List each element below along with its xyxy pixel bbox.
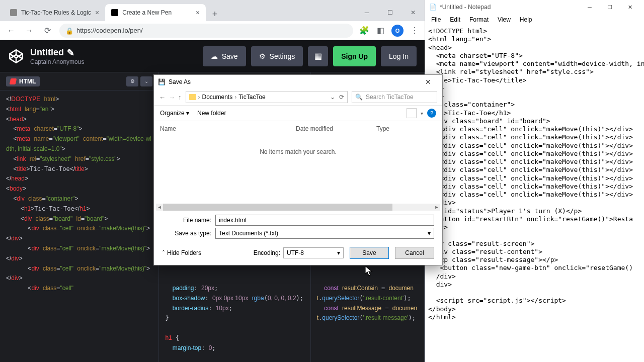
save-icon: 💾 [158,78,166,85]
notepad-titlebar[interactable]: 📄 *Untitled - Notepad ─ ☐ ✕ [425,0,644,14]
menu-edit[interactable]: Edit [446,15,464,24]
layout-button[interactable]: ▦ [308,46,328,66]
back-button[interactable]: ← [5,26,17,35]
folder-icon [189,94,196,100]
save-as-dialog: 💾Save As ✕ ← → ↑ › Documents › TicTacToe… [153,74,443,265]
hide-folders-button[interactable]: ˄Hide Folders [162,249,201,256]
encoding-label: Encoding: [254,249,280,256]
tab-title: Tic-Tac-Toe Rules & Logic [21,9,91,16]
column-type[interactable]: Type [376,125,427,132]
close-icon[interactable]: × [95,9,99,17]
minimize-button[interactable]: ─ [355,4,378,21]
url-text: https://codepen.io/pen/ [76,27,143,34]
forward-button[interactable]: → [23,26,35,35]
forward-button[interactable]: → [169,94,175,101]
chevron-down-icon[interactable]: ▾ [421,111,423,116]
dialog-path-bar: ← → ↑ › Documents › TicTacToe ⌄ ⟳ 🔍 Sear… [154,89,442,105]
gear-icon[interactable]: ⚙ [126,76,138,86]
up-button[interactable]: ↑ [178,94,182,101]
maximize-button[interactable]: ☐ [600,1,620,13]
search-input[interactable]: 🔍 Search TicTacToe [352,91,437,103]
tab-active[interactable]: Create a New Pen × [105,4,206,21]
savetype-select[interactable]: Text Documents (*.txt)▾ [215,228,434,239]
organize-button[interactable]: Organize ▾ [160,110,189,117]
close-icon[interactable]: × [196,9,200,17]
dialog-fields: File name: Save as type: Text Documents … [154,212,442,239]
empty-message: No items match your search. [160,148,436,155]
codepen-header: Untitled✎ Captain Anonymous ☁Save ⚙Setti… [0,40,425,72]
newfolder-button[interactable]: New folder [197,110,226,117]
menu-format[interactable]: Format [465,15,493,24]
codepen-logo-icon[interactable] [8,48,24,64]
breadcrumb-seg[interactable]: Documents [202,94,233,101]
view-button[interactable] [407,108,417,118]
search-placeholder: Search TicTacToe [366,94,414,101]
horizontal-scrollbar[interactable]: ◄ ► [156,204,440,211]
layout-icon: ▦ [314,51,322,61]
menu-view[interactable]: View [494,15,515,24]
notepad-window: 📄 *Untitled - Notepad ─ ☐ ✕ File Edit Fo… [425,0,644,362]
notepad-content[interactable]: <!DOCTYPE html> <html lang="en"> <head> … [425,25,644,323]
search-icon: 🔍 [355,94,363,101]
signup-button[interactable]: Sign Up [333,46,376,66]
dialog-title: Save As [169,78,191,85]
login-button[interactable]: Log In [381,46,417,66]
chevron-down-icon[interactable]: ⌄ [330,94,335,101]
minimize-button[interactable]: ─ [580,1,600,13]
pen-author: Captain Anonymous [30,58,84,65]
dialog-titlebar[interactable]: 💾Save As ✕ [154,75,442,89]
notepad-menubar: File Edit Format View Help [425,14,644,25]
breadcrumb[interactable]: › Documents › TicTacToe ⌄ ⟳ [186,91,348,103]
column-name[interactable]: Name [160,125,296,132]
html-panel: HTML ⚙ ⌄ <!DOCTYPE html> <html lang="en"… [0,72,159,362]
menu-help[interactable]: Help [516,15,536,24]
scroll-thumb[interactable] [163,204,392,211]
close-button[interactable]: ✕ [401,4,425,21]
back-button[interactable]: ← [159,94,166,101]
html-editor[interactable]: <!DOCTYPE html> <html lang="en"> <head> … [0,90,158,362]
column-date[interactable]: Date modified [296,125,376,132]
gear-icon: ⚙ [259,52,266,60]
reload-button[interactable]: ⟳ [41,26,53,35]
url-bar: ← → ⟳ 🔒 https://codepen.io/pen/ 🧩 ◧ O ⋮ [0,21,425,40]
help-button[interactable]: ? [427,109,436,118]
dialog-footer: ˄Hide Folders Encoding: UTF-8▾ Save Canc… [154,241,442,265]
filename-input[interactable] [215,215,434,226]
dialog-toolbar: Organize ▾ New folder ▾ ? [154,105,442,121]
encoding-select[interactable]: UTF-8▾ [283,247,344,258]
chevron-up-icon: ˄ [162,249,165,256]
lock-icon: 🔒 [65,27,72,34]
chevron-down-icon[interactable]: ⌄ [140,76,152,86]
extensions-icon[interactable]: 🧩 [359,26,369,36]
chevron-down-icon: ▾ [337,249,340,256]
pen-title[interactable]: Untitled✎ [30,47,84,58]
address-bar[interactable]: 🔒 https://codepen.io/pen/ [59,24,353,38]
panel-icon[interactable]: ◧ [375,26,385,36]
save-button[interactable]: ☁Save [203,46,246,66]
notepad-title: *Untitled - Notepad [440,4,491,11]
close-button[interactable]: ✕ [620,1,640,13]
html-badge: HTML [6,76,40,86]
scroll-left-icon[interactable]: ◄ [156,204,163,211]
settings-button[interactable]: ⚙Settings [251,46,303,66]
favicon-icon [111,9,118,16]
breadcrumb-seg[interactable]: TicTacToe [238,94,266,101]
dialog-close-button[interactable]: ✕ [418,76,438,88]
tab-title: Create a New Pen [122,9,172,16]
maximize-button[interactable]: ☐ [378,4,401,21]
chevron-down-icon: ▾ [428,230,431,237]
cloud-icon: ☁ [211,52,218,60]
cancel-button[interactable]: Cancel [395,247,434,259]
tab-strip: Tic-Tac-Toe Rules & Logic × Create a New… [0,0,425,21]
profile-avatar[interactable]: O [391,25,404,37]
menu-file[interactable]: File [427,15,445,24]
tab-inactive[interactable]: Tic-Tac-Toe Rules & Logic × [4,4,105,21]
notepad-icon: 📄 [429,4,437,11]
file-list[interactable]: Name Date modified Type No items match y… [154,121,442,212]
kebab-icon[interactable]: ⋮ [410,26,420,36]
savetype-label: Save as type: [162,230,211,237]
new-tab-button[interactable]: + [208,7,222,21]
refresh-icon[interactable]: ⟳ [339,94,344,101]
scroll-right-icon[interactable]: ► [433,204,440,211]
save-button[interactable]: Save [350,247,389,259]
